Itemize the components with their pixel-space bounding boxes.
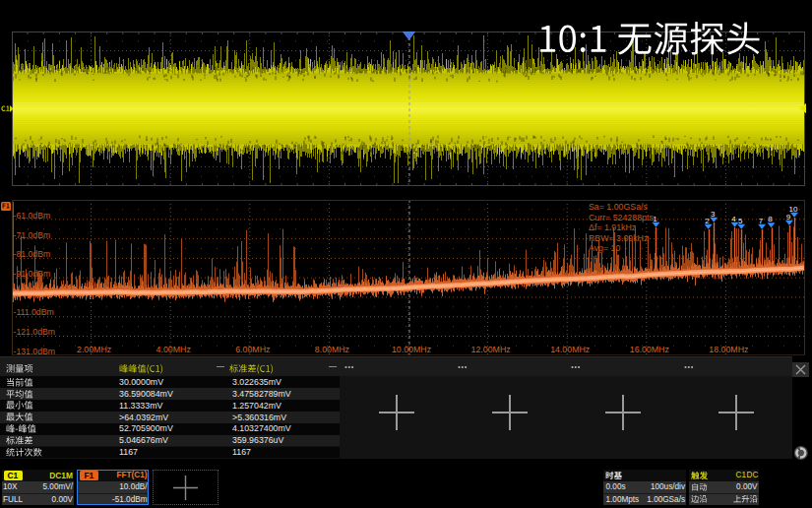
svg-text:2: 2 [705, 217, 710, 225]
svg-text:14.00MHz: 14.00MHz [550, 345, 590, 354]
svg-text:10: 10 [789, 205, 798, 214]
svg-text:-131.0dBm: -131.0dBm [14, 347, 56, 355]
svg-text:-111.0dBm: -111.0dBm [14, 307, 54, 317]
svg-text:18.00MHz: 18.00MHz [709, 345, 748, 354]
svg-text:-71.0dBm: -71.0dBm [14, 230, 51, 240]
svg-text:8.00MHz: 8.00MHz [315, 345, 349, 354]
svg-text:2.00MHz: 2.00MHz [77, 345, 111, 354]
svg-text:6.00MHz: 6.00MHz [235, 345, 270, 354]
svg-text:9: 9 [786, 213, 791, 222]
svg-text:-61.0dBm: -61.0dBm [14, 211, 51, 221]
svg-text:8: 8 [768, 215, 773, 223]
svg-text:3: 3 [711, 210, 716, 219]
svg-text:10.00MHz: 10.00MHz [392, 345, 431, 354]
svg-text:7: 7 [759, 217, 764, 225]
svg-text:-121.0dBm: -121.0dBm [14, 327, 56, 337]
svg-text:4.00MHz: 4.00MHz [156, 345, 191, 354]
svg-text:-91.0dBm: -91.0dBm [14, 269, 51, 279]
svg-text:16.00MHz: 16.00MHz [630, 345, 669, 354]
svg-text:1: 1 [653, 215, 657, 223]
svg-text:12.00MHz: 12.00MHz [471, 345, 511, 354]
svg-text:-81.0dBm: -81.0dBm [14, 249, 51, 259]
svg-text:4: 4 [731, 215, 736, 223]
svg-text:5: 5 [738, 217, 743, 225]
